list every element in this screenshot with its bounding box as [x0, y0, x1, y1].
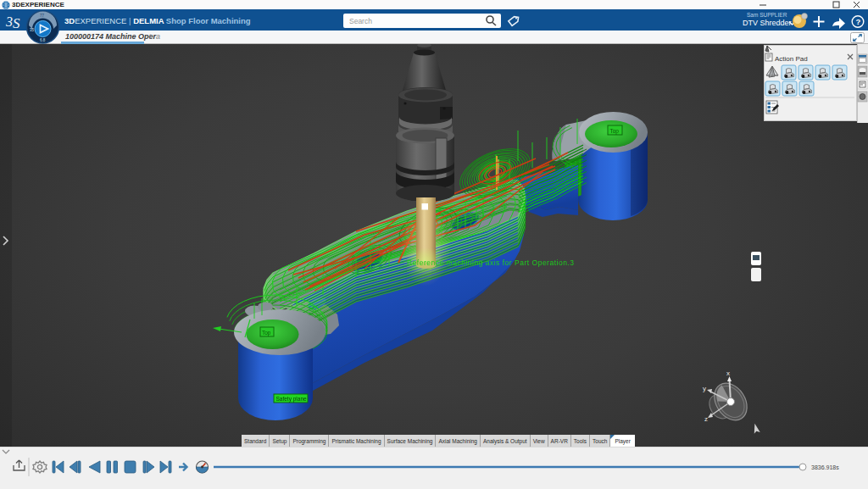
- svg-text:Search: Search: [349, 17, 372, 25]
- svg-text:?: ?: [856, 17, 861, 26]
- svg-text:3S: 3S: [5, 14, 20, 31]
- svg-text:Sam SUPPLIER: Sam SUPPLIER: [747, 12, 787, 18]
- svg-text:3836.918s: 3836.918s: [811, 464, 839, 470]
- svg-text:77: 77: [40, 14, 45, 18]
- svg-text:6.8: 6.8: [40, 38, 46, 42]
- svg-text:35: 35: [30, 28, 35, 32]
- svg-text:3DEXPERIENCE | DELMIA Shop Flo: 3DEXPERIENCE | DELMIA Shop Floor Machini…: [64, 16, 251, 25]
- svg-text:DTV Shredder: DTV Shredder: [743, 19, 792, 27]
